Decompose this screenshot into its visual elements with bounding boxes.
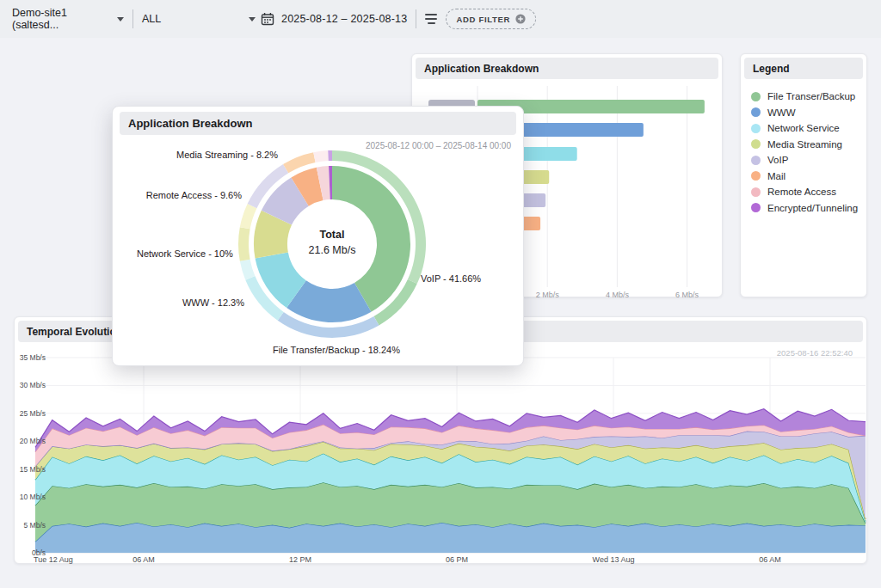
donut-outer-segment-5[interactable] xyxy=(238,227,250,261)
legend-color-dot xyxy=(751,139,761,149)
legend-item[interactable]: Media Streaming xyxy=(751,139,866,150)
legend-color-dot xyxy=(751,187,761,197)
svg-text:15 Mb/s: 15 Mb/s xyxy=(20,465,46,474)
panel-title: Application Breakdown xyxy=(424,63,539,75)
svg-text:4 Mb/s: 4 Mb/s xyxy=(606,291,630,299)
legend-item[interactable]: File Transer/Backup xyxy=(751,91,866,101)
chart-timestamp: 2025-08-16 22:52:40 xyxy=(777,348,853,358)
legend-item-label: File Transer/Backup xyxy=(767,91,855,101)
svg-text:Wed 13 Aug: Wed 13 Aug xyxy=(593,555,635,564)
application-breakdown-popup: Application Breakdown 2025-08-12 00:00 –… xyxy=(112,106,524,366)
legend-item-label: VoIP xyxy=(767,155,788,165)
filter-lines-icon[interactable] xyxy=(425,14,437,24)
legend-item[interactable]: Remote Access xyxy=(751,187,866,197)
site-select-value: Demo-site1 (saltesd... xyxy=(12,7,110,31)
plus-circle-icon xyxy=(515,14,526,24)
donut-label-Remote Access: Remote Access - 9.6% xyxy=(134,190,242,200)
svg-text:06 AM: 06 AM xyxy=(132,555,155,564)
donut-total-label: Total xyxy=(280,227,384,242)
legend-item-label: Media Streaming xyxy=(767,139,842,150)
legend-color-dot xyxy=(751,156,761,165)
legend-item-label: Encrypted/Tunneling xyxy=(767,203,858,213)
scope-select[interactable]: ALL xyxy=(142,13,256,25)
panel-header: Application Breakdown xyxy=(416,58,718,79)
legend-item[interactable]: WWW xyxy=(751,107,866,118)
legend-panel: Legend File Transer/BackupWWWNetwork Ser… xyxy=(740,53,867,297)
legend-item[interactable]: Mail xyxy=(751,171,866,181)
popup-header[interactable]: Application Breakdown xyxy=(120,112,516,135)
svg-text:10 Mb/s: 10 Mb/s xyxy=(20,493,46,501)
svg-text:20 Mb/s: 20 Mb/s xyxy=(20,437,46,445)
donut-outer-segment-4[interactable] xyxy=(240,260,256,280)
donut-label-File Transfer/Backup: File Transfer/Backup - 18.24% xyxy=(273,345,400,355)
legend-items: File Transer/BackupWWWNetwork ServiceMed… xyxy=(741,83,866,213)
area-series-WWW[interactable] xyxy=(35,523,866,553)
donut-label-VoIP: VoIP - 41.66% xyxy=(421,273,481,284)
chevron-down-icon xyxy=(117,17,124,21)
svg-text:5 Mb/s: 5 Mb/s xyxy=(23,521,46,530)
donut-outer-segment-10[interactable] xyxy=(328,150,332,161)
site-select[interactable]: Demo-site1 (saltesd... xyxy=(12,7,124,31)
popup-title: Application Breakdown xyxy=(128,117,252,130)
donut-center-total: Total 21.6 Mb/s xyxy=(280,227,384,258)
svg-text:Tue 12 Aug: Tue 12 Aug xyxy=(34,555,73,564)
chevron-down-icon xyxy=(249,17,256,21)
date-range-value[interactable]: 2025-08-12 – 2025-08-13 xyxy=(281,13,407,25)
temporal-evolution-area-chart[interactable]: 0b/s5 Mb/s10 Mb/s15 Mb/s20 Mb/s25 Mb/s30… xyxy=(15,346,866,567)
svg-text:2 Mb/s: 2 Mb/s xyxy=(536,291,560,299)
legend-color-dot xyxy=(751,124,761,133)
legend-color-dot xyxy=(751,107,761,117)
svg-text:30 Mb/s: 30 Mb/s xyxy=(20,381,46,389)
calendar-icon[interactable] xyxy=(261,12,274,26)
donut-total-value: 21.6 Mb/s xyxy=(280,242,384,258)
svg-text:25 Mb/s: 25 Mb/s xyxy=(20,409,46,418)
donut-outer-segment-9[interactable] xyxy=(313,150,329,162)
toolbar-divider xyxy=(416,9,416,28)
donut-label-Media Streaming: Media Streaming - 8.2% xyxy=(147,150,278,160)
scope-select-value: ALL xyxy=(142,13,161,25)
legend-color-dot xyxy=(751,171,761,181)
donut-label-WWW: WWW - 12.3% xyxy=(164,297,244,308)
legend-item-label: Network Service xyxy=(767,123,840,133)
panel-title: Temporal Evolution xyxy=(27,326,122,338)
top-toolbar: Demo-site1 (saltesd... ALL 2025-08-12 – … xyxy=(0,0,881,38)
svg-text:35 Mb/s: 35 Mb/s xyxy=(20,353,46,362)
svg-text:12 PM: 12 PM xyxy=(289,555,311,564)
legend-item-label: WWW xyxy=(767,107,796,118)
legend-color-dot xyxy=(751,92,761,101)
panel-title: Legend xyxy=(753,63,790,75)
legend-color-dot xyxy=(751,203,761,212)
add-filter-label: ADD FILTER xyxy=(456,15,510,24)
donut-label-Network Service: Network Service - 10% xyxy=(137,248,230,259)
donut-outer-segment-6[interactable] xyxy=(240,204,257,229)
legend-item[interactable]: Network Service xyxy=(751,123,866,133)
svg-text:6 Mb/s: 6 Mb/s xyxy=(675,291,699,299)
legend-item[interactable]: VoIP xyxy=(751,155,866,165)
svg-text:06 PM: 06 PM xyxy=(446,555,468,564)
panel-header: Legend xyxy=(744,58,863,79)
legend-item-label: Mail xyxy=(767,171,786,181)
legend-item[interactable]: Encrypted/Tunneling xyxy=(751,203,866,213)
svg-text:06 AM: 06 AM xyxy=(759,555,781,564)
add-filter-button[interactable]: ADD FILTER xyxy=(446,9,536,29)
legend-item-label: Remote Access xyxy=(767,187,836,197)
toolbar-divider xyxy=(132,9,133,28)
